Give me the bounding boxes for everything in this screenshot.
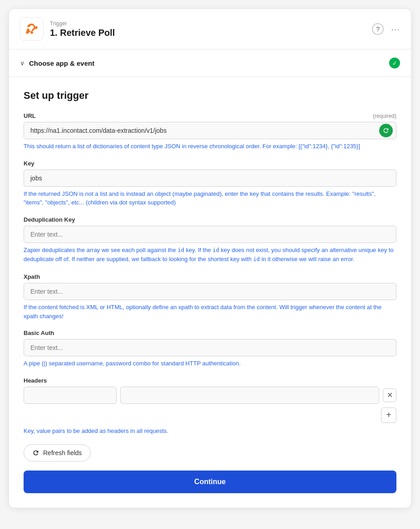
url-refresh-button[interactable] xyxy=(379,124,393,137)
trigger-label: Trigger xyxy=(50,20,115,27)
url-input-wrapper xyxy=(24,122,396,139)
url-field-header: URL (required) xyxy=(24,112,396,119)
continue-button[interactable]: Continue xyxy=(24,471,396,493)
refresh-fields-button[interactable]: Refresh fields xyxy=(24,444,91,461)
main-card: Trigger 1. Retrieve Poll ? ··· ∨ Choose … xyxy=(9,9,411,508)
help-icon[interactable]: ? xyxy=(372,23,384,35)
refresh-fields-label: Refresh fields xyxy=(43,449,82,456)
page-title: 1. Retrieve Poll xyxy=(50,28,115,38)
headers-field-header: Headers xyxy=(24,377,396,384)
svg-point-1 xyxy=(26,31,29,34)
url-field-group: URL (required) This should return a list… xyxy=(24,112,396,151)
basic-auth-hint: A pipe (|) separated username, password … xyxy=(24,359,396,368)
headers-row: ✕ xyxy=(24,387,396,404)
xpath-field-group: Xpath If the content fetched is XML or H… xyxy=(24,273,396,320)
xpath-field-header: Xpath xyxy=(24,273,396,280)
dedup-field-group: Deduplication Key Zapier deduplicates th… xyxy=(24,216,396,265)
more-menu-icon[interactable]: ··· xyxy=(391,24,400,34)
header-left: Trigger 1. Retrieve Poll xyxy=(20,17,115,41)
key-hint: If the returned JSON is not a list and i… xyxy=(24,189,396,207)
svg-point-2 xyxy=(35,26,38,29)
section-header: ∨ Choose app & event ✓ xyxy=(9,49,411,77)
completed-check-icon: ✓ xyxy=(389,58,400,68)
basic-auth-label: Basic Auth xyxy=(24,330,54,336)
header-right: ? ··· xyxy=(372,23,400,35)
basic-auth-field-group: Basic Auth A pipe (|) separated username… xyxy=(24,330,396,368)
url-hint: This should return a list of dictionarie… xyxy=(24,142,396,151)
headers-label: Headers xyxy=(24,377,47,384)
refresh-fields-icon xyxy=(32,449,39,456)
setup-title: Set up trigger xyxy=(24,90,396,102)
dedup-input[interactable] xyxy=(24,226,396,243)
xpath-input[interactable] xyxy=(24,283,396,300)
xpath-label: Xpath xyxy=(24,273,40,280)
key-label: Key xyxy=(24,160,34,167)
section-header-left: ∨ Choose app & event xyxy=(20,59,94,67)
xpath-hint: If the content fetched is XML or HTML, o… xyxy=(24,303,396,320)
dedup-label: Deduplication Key xyxy=(24,216,75,223)
key-field-header: Key xyxy=(24,160,396,167)
main-content: Set up trigger URL (required) This shoul… xyxy=(9,77,411,508)
refresh-icon xyxy=(382,127,390,134)
svg-point-0 xyxy=(30,31,33,34)
key-field-group: Key If the returned JSON is not a list a… xyxy=(24,160,396,207)
header-text: Trigger 1. Retrieve Poll xyxy=(50,20,115,38)
dedup-field-header: Deduplication Key xyxy=(24,216,396,223)
headers-remove-button[interactable]: ✕ xyxy=(383,388,396,402)
basic-auth-input[interactable] xyxy=(24,339,396,356)
chevron-down-icon[interactable]: ∨ xyxy=(20,59,24,67)
continue-label: Continue xyxy=(194,478,225,485)
webhook-icon xyxy=(25,22,39,36)
url-required-label: (required) xyxy=(373,113,396,119)
section-title: Choose app & event xyxy=(29,59,94,67)
headers-actions: + xyxy=(24,408,396,423)
headers-hint: Key, value pairs to be added as headers … xyxy=(24,427,396,436)
headers-add-button[interactable]: + xyxy=(381,408,396,423)
headers-key-input[interactable] xyxy=(24,387,117,404)
headers-value-input[interactable] xyxy=(120,387,379,404)
trigger-icon xyxy=(20,17,44,41)
header: Trigger 1. Retrieve Poll ? ··· xyxy=(9,9,411,49)
url-label: URL xyxy=(24,112,36,119)
url-input[interactable] xyxy=(24,122,396,139)
basic-auth-field-header: Basic Auth xyxy=(24,330,396,336)
headers-field-group: Headers ✕ + Key, value pairs to be added… xyxy=(24,377,396,436)
dedup-hint: Zapier deduplicates the array we see eac… xyxy=(24,246,396,265)
key-input[interactable] xyxy=(24,170,396,187)
